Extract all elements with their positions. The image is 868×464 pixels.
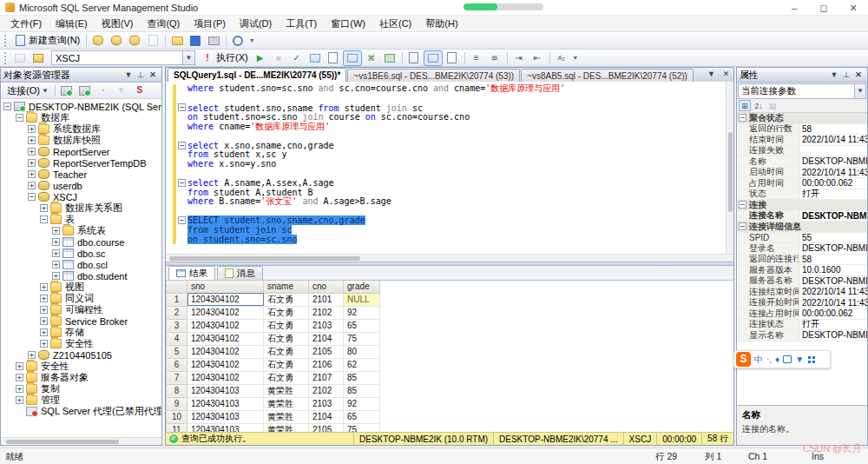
code-line[interactable]: where student.sno=sc.sno and sc.cno=cour…: [166, 84, 726, 94]
soft-keyboard-icon[interactable]: [783, 355, 792, 363]
property-row[interactable]: 结束时间2022/10/14 11:43:4: [737, 135, 867, 146]
expand-icon[interactable]: +: [28, 136, 36, 144]
tree-item[interactable]: +Z2104405105: [1, 349, 161, 361]
row-number-cell[interactable]: 8: [167, 384, 187, 397]
property-row[interactable]: 显示名称DESKTOP-NBME2IK: [737, 330, 867, 341]
close-document-icon[interactable]: ✕: [720, 70, 732, 78]
data-cell[interactable]: 石文勇: [264, 306, 309, 319]
auto-hide-pin-icon[interactable]: ⊥: [840, 70, 852, 79]
expand-icon[interactable]: +: [40, 317, 48, 325]
menu-item-3[interactable]: 查询(Q): [140, 16, 187, 31]
property-category[interactable]: −连接详细信息: [737, 222, 867, 233]
outdent-button[interactable]: ⇤: [529, 50, 546, 66]
table-row[interactable]: 41204304102石文勇210475: [167, 332, 380, 345]
results-table[interactable]: snosnamecnograde11204304102石文勇2101NULL21…: [166, 281, 380, 432]
table-row[interactable]: 51204304102石文勇210580: [167, 345, 380, 358]
tab-results[interactable]: 结果: [168, 266, 215, 280]
menu-item-9[interactable]: 帮助(H): [418, 16, 464, 31]
row-number-cell[interactable]: 2: [167, 306, 187, 319]
results-pane-toggle-button[interactable]: [343, 50, 362, 66]
data-cell[interactable]: NULL: [344, 293, 380, 306]
expand-icon[interactable]: +: [28, 170, 36, 178]
property-row[interactable]: SPID55: [737, 233, 867, 244]
document-tab-2[interactable]: ~vs8AB5.sql - DES...BME2IK\20774 (52)): [521, 69, 694, 82]
row-number-cell[interactable]: 10: [167, 410, 187, 423]
data-cell[interactable]: 92: [344, 306, 380, 319]
data-cell[interactable]: 1204304103: [187, 384, 264, 397]
row-number-cell[interactable]: 5: [167, 345, 187, 358]
debug-button[interactable]: ▶: [252, 50, 269, 66]
parse-button[interactable]: ✓: [288, 50, 306, 66]
property-row[interactable]: 服务器名称DESKTOP-NBME2IK: [737, 276, 867, 288]
property-category[interactable]: −连接: [737, 200, 867, 211]
data-cell[interactable]: 80: [344, 345, 380, 358]
data-cell[interactable]: 2102: [309, 306, 344, 319]
new-query-button[interactable]: 新建查询(N): [11, 33, 82, 49]
menu-item-2[interactable]: 视图(V): [95, 16, 141, 31]
data-cell[interactable]: 2101: [309, 293, 344, 306]
row-number-cell[interactable]: 7: [167, 371, 187, 384]
window-position-icon[interactable]: ▼: [828, 70, 840, 79]
data-cell[interactable]: 石文勇: [264, 371, 309, 384]
expand-icon[interactable]: +: [40, 204, 48, 212]
data-cell[interactable]: 1204304102: [187, 306, 264, 319]
tree-item[interactable]: SQL Server 代理(已禁用代理 XP): [1, 406, 161, 417]
expand-icon[interactable]: +: [16, 374, 23, 381]
minimize-button[interactable]: –: [779, 0, 809, 16]
tree-item[interactable]: +userdb: [1, 180, 161, 191]
available-databases-button[interactable]: [30, 50, 47, 66]
results-to-text-button[interactable]: [405, 50, 423, 66]
expand-icon[interactable]: +: [28, 159, 36, 167]
table-row[interactable]: 81204304103黄荣胜210285: [167, 384, 380, 397]
data-cell[interactable]: 2104: [309, 332, 344, 345]
maximize-button[interactable]: ◻: [809, 0, 838, 16]
data-cell[interactable]: 1204304103: [187, 423, 264, 432]
menu-item-7[interactable]: 窗口(W): [324, 16, 372, 31]
tree-item[interactable]: +系统表: [1, 225, 161, 236]
tree-item[interactable]: +数据库快照: [1, 135, 161, 146]
expand-icon[interactable]: +: [52, 238, 60, 246]
data-cell[interactable]: 2107: [309, 371, 344, 384]
client-statistics-button[interactable]: [381, 50, 398, 66]
code-line[interactable]: where cname='数据库原理与应用': [166, 122, 726, 131]
expand-icon[interactable]: +: [52, 261, 60, 268]
tab-messages[interactable]: 消息: [217, 266, 263, 280]
ime-menu-grid-icon[interactable]: [807, 355, 816, 363]
column-header-grade[interactable]: grade: [344, 281, 380, 293]
database-combobox[interactable]: XSCJ ▼: [51, 50, 195, 65]
row-number-cell[interactable]: 1: [167, 293, 187, 306]
chevron-down-icon[interactable]: ▼: [182, 51, 194, 64]
property-row[interactable]: 服务器版本10.0.1600: [737, 265, 867, 276]
menu-item-5[interactable]: 调试(D): [233, 16, 279, 31]
fold-collapse-icon[interactable]: −: [178, 142, 186, 149]
find-button[interactable]: [229, 33, 247, 49]
menu-item-8[interactable]: 社区(C): [372, 16, 418, 31]
collapse-icon[interactable]: −: [739, 201, 746, 209]
table-row[interactable]: 21204304102石文勇210292: [167, 306, 380, 319]
expand-icon[interactable]: +: [16, 362, 23, 370]
data-cell[interactable]: 石文勇: [264, 332, 309, 345]
data-cell[interactable]: 石文勇: [264, 358, 309, 371]
data-cell[interactable]: 1204304102: [187, 293, 264, 306]
row-number-cell[interactable]: 3: [167, 319, 187, 332]
table-row[interactable]: 91204304103黄荣胜210392: [167, 397, 380, 410]
data-cell[interactable]: 2103: [309, 397, 344, 410]
table-row[interactable]: 71204304102石文勇210785: [167, 371, 380, 384]
close-panel-icon[interactable]: ✕: [852, 70, 865, 79]
tree-item[interactable]: +Teacher: [1, 169, 161, 180]
data-cell[interactable]: 2102: [309, 384, 344, 397]
table-row[interactable]: 101204304103黄荣胜210465: [167, 410, 380, 423]
data-cell[interactable]: 2103: [309, 319, 344, 332]
menu-item-4[interactable]: 项目(P): [187, 16, 233, 31]
data-cell[interactable]: 1204304103: [187, 410, 264, 423]
code-line[interactable]: [166, 131, 726, 141]
menu-item-6[interactable]: 工具(T): [279, 16, 324, 31]
activity-monitor-button[interactable]: S: [131, 83, 148, 98]
data-cell[interactable]: 85: [344, 384, 380, 397]
expand-icon[interactable]: +: [52, 227, 60, 235]
table-row[interactable]: 31204304102石文勇210365: [167, 319, 380, 332]
close-button[interactable]: ✕: [838, 0, 868, 16]
data-cell[interactable]: 黄荣胜: [264, 423, 309, 432]
categorized-icon[interactable]: ⊞: [739, 100, 751, 111]
open-file-button[interactable]: [168, 33, 186, 49]
